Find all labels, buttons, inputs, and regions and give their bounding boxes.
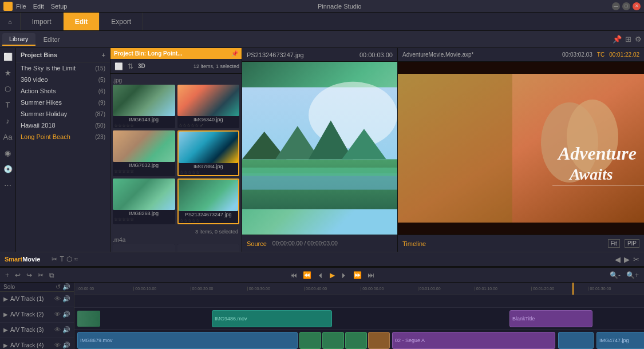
tab-export[interactable]: Export [100,13,143,30]
track1-clip-img9486[interactable]: IMG9486.mov [212,310,332,327]
media-thumb-img6143[interactable]: IMG6143.jpg ☆☆☆☆☆ [113,85,175,128]
av3-mute-icon[interactable]: 🔊 [62,326,70,334]
scissors-icon[interactable]: ✂ [633,255,639,264]
track2-clip-blue2[interactable] [558,332,594,349]
tl-copy-btn[interactable]: ⧉ [48,270,56,280]
track1-clip-thumb[interactable] [77,311,100,327]
trim-icon[interactable]: ✂ [52,255,57,263]
home-button[interactable]: ⌂ [0,13,21,30]
bin-item-holiday[interactable]: Summer Holiday (87) [16,108,110,120]
arrow-left-icon[interactable]: ◀ [615,255,621,264]
bin-3d-btn[interactable]: 3D [136,62,147,70]
sidebar-icon-transitions[interactable]: ⬡ [2,82,14,95]
tl-zoom-out-btn[interactable]: 🔍- [608,270,622,280]
track2-small-clip1[interactable] [299,332,321,349]
sidebar-icon-library[interactable]: ⬜ [2,50,14,63]
view-icon[interactable]: ⊞ [625,35,631,43]
sidebar-icon-text[interactable]: Aa [2,130,14,143]
av2-eye-icon[interactable]: 👁 [54,311,61,318]
av3-expand-icon[interactable]: ▶ [3,327,8,333]
media-thumb-img6340[interactable]: IMG6340.jpg ☆☆☆☆☆ ✓ [177,85,240,128]
av2-expand-icon[interactable]: ▶ [3,311,8,318]
source-preview-svg [242,62,397,235]
av3-eye-icon[interactable]: 👁 [54,326,61,334]
track2-small-clip3[interactable] [345,332,367,349]
tab-import[interactable]: Import [21,13,64,30]
media-thumb-img8268[interactable]: IMG8268.jpg ☆☆☆☆☆ [113,179,175,224]
track2-small-clip2[interactable] [322,332,344,349]
close-button[interactable]: ✕ [633,2,641,10]
tl-next-btn[interactable]: ⏭ [366,270,376,280]
media-thumb-music2[interactable]: ♪ mikeschmid_seeyou... ☆☆☆☆☆ [177,244,240,252]
playhead[interactable] [572,283,574,295]
motion-icon[interactable]: ≈ [74,255,78,263]
bin-item-hikes[interactable]: Summer Hikes (9) [16,97,110,108]
tl-cut-btn[interactable]: ✂ [36,270,45,280]
pin-icon[interactable]: 📌 [613,35,622,43]
bin-item-action[interactable]: Action Shots (6) [16,85,110,97]
sidebar-icon-effects[interactable]: ★ [2,66,14,79]
text-icon[interactable]: T [60,255,64,263]
tl-step-back-btn[interactable]: ⏴ [315,270,326,280]
arrow-right-icon[interactable]: ▶ [624,255,630,264]
tl-add-track-btn[interactable]: + [3,270,11,280]
timeline-toolbar: + ↩ ↪ ✂ ⧉ ⏮ ⏪ ⏴ ▶ ⏵ ⏩ ⏭ 🔍- 🔍+ [0,268,644,283]
bin-pin-icon[interactable]: 📌 [231,50,238,57]
tab-library[interactable]: Library [2,33,35,46]
av1-eye-icon[interactable]: 👁 [54,295,61,303]
bin-content-panel: Project Bin: Long Point... 📌 ⬜ ⇅ 3D 12 i… [110,48,242,252]
bin-item-longpoint[interactable]: Long Point Beach (23) [16,131,110,142]
track1-clip-blank[interactable]: BlankTitle [509,310,592,327]
solo-loop-icon[interactable]: ↺ [56,283,61,291]
bin-item-360[interactable]: 360 video (5) [16,74,110,85]
tl-undo-btn[interactable]: ↩ [13,270,22,280]
tab-edit[interactable]: Edit [64,13,100,30]
media-thumb-music1[interactable]: ♪ jaymiegerard_theha... ☆☆☆☆☆ ✓ [113,244,175,252]
menu-edit[interactable]: Edit [33,3,44,10]
sidebar-icon-titles[interactable]: T [2,98,14,111]
bins-add-icon[interactable]: + [102,51,105,58]
track2-small-clip4[interactable] [368,332,390,349]
tl-step-fwd-btn[interactable]: ⏵ [339,270,349,280]
menu-setup[interactable]: Setup [51,3,68,10]
tab-editor[interactable]: Editor [37,34,67,45]
tl-prev-btn[interactable]: ⏮ [289,270,299,280]
bin-sort-btn[interactable]: ⇅ [126,61,135,72]
clip-img9486-label: IMG9486.mov [215,316,247,322]
track2-clip-img4747[interactable]: IMG4747.jpg [596,332,644,349]
pip-label[interactable]: PIP [625,239,639,248]
timeline-filename: AdventureMovie.Movie.axp* [402,51,474,58]
solo-mute-icon[interactable]: 🔊 [62,283,70,291]
sidebar-icon-more[interactable]: ⋯ [2,179,14,191]
av1-mute-icon[interactable]: 🔊 [62,295,70,303]
tl-zoom-in-btn[interactable]: 🔍+ [625,270,641,280]
app-title: Pinnacle Studio [318,3,361,10]
av4-eye-icon[interactable]: 👁 [54,342,61,349]
av1-expand-icon[interactable]: ▶ [3,296,8,302]
bin-item-hawaii[interactable]: Hawaii 2018 (50) [16,120,110,131]
av4-expand-icon[interactable]: ▶ [3,342,8,348]
maximize-button[interactable]: □ [622,2,630,10]
tl-ff-btn[interactable]: ⏩ [351,270,364,280]
av2-mute-icon[interactable]: 🔊 [62,311,70,318]
media-thumb-ps21[interactable]: PS21324673247.jpg ☆☆☆☆☆ [177,179,240,224]
track2-clip-segue[interactable]: 02 - Segue A [392,332,555,349]
av4-mute-icon[interactable]: 🔊 [62,342,70,349]
menu-file[interactable]: File [16,3,26,10]
sidebar-icon-color[interactable]: ◉ [2,146,14,159]
track2-clip-img8679[interactable]: IMG8679.mov [77,332,298,349]
sidebar-icon-audio[interactable]: ♪ [2,114,14,127]
bin-media-grid: .jpg IMG6143.jpg ☆☆☆☆☆ IMG6340.jpg ☆☆☆☆☆… [110,74,242,252]
settings-icon[interactable]: ⚙ [635,35,642,43]
minimize-button[interactable]: — [612,2,620,10]
tl-play-btn[interactable]: ▶ [328,270,337,280]
bin-view-btn[interactable]: ⬜ [113,61,125,72]
media-thumb-img7032[interactable]: IMG7032.jpg ☆☆☆☆☆ [113,130,175,176]
transition-icon[interactable]: ⬡ [66,255,72,263]
fit-label[interactable]: Fit [608,239,620,248]
media-thumb-img7884[interactable]: IMG7884.jpg ☆☆☆☆☆ [177,130,240,176]
bin-item-sky[interactable]: The Sky is the Limit (15) [16,62,110,74]
tl-redo-btn[interactable]: ↪ [25,270,34,280]
sidebar-icon-disc[interactable]: 💿 [2,162,14,175]
tl-rewind-btn[interactable]: ⏪ [301,270,313,280]
